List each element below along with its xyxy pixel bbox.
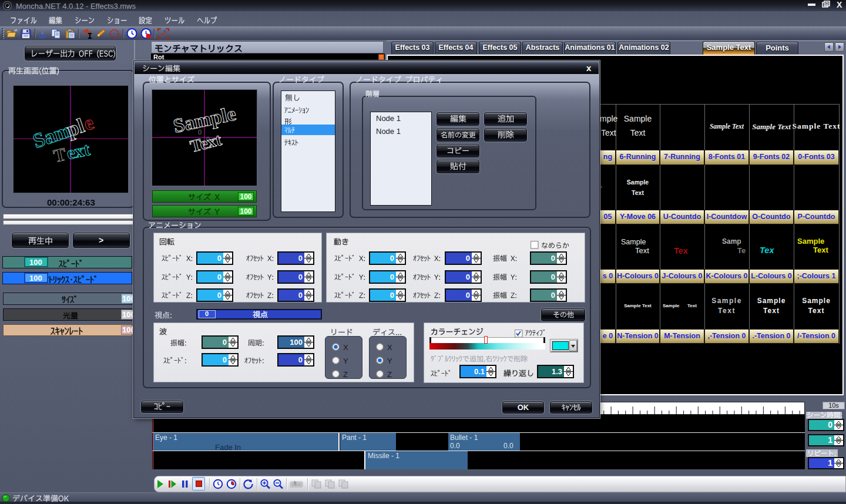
svg-text:Text: Text — [188, 130, 223, 156]
svg-text:ext: ext — [65, 139, 92, 164]
